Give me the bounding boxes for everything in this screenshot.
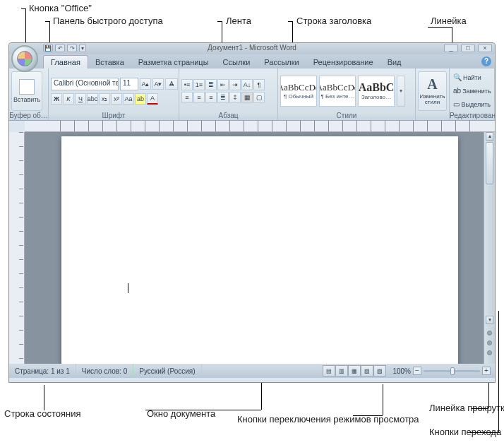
document-area: ▴ ▾ [9, 132, 495, 364]
status-page[interactable]: Страница: 1 из 1 [9, 364, 76, 378]
group-font-label: Шрифт [49, 112, 179, 120]
font-color-button[interactable]: A [147, 93, 158, 105]
view-full-reading[interactable]: ▥ [335, 365, 348, 376]
find-button[interactable]: 🔍Найти [452, 72, 492, 83]
paste-button[interactable]: Вставить [11, 71, 42, 111]
anno-title-bar: Строка заголовка [296, 16, 371, 26]
style-no-spacing[interactable]: AaBbCcDd ¶ Без инте… [319, 76, 356, 107]
line-spacing-button[interactable]: ‡ [229, 92, 241, 103]
qat-save-button[interactable]: 💾 [43, 44, 53, 52]
minimize-button[interactable]: _ [444, 44, 458, 52]
office-logo-icon [17, 51, 32, 66]
tab-mailings[interactable]: Рассылки [257, 56, 306, 69]
tab-page-layout[interactable]: Разметка страницы [131, 56, 216, 69]
paste-label: Вставить [13, 96, 40, 103]
document-page[interactable] [61, 136, 458, 364]
view-draft[interactable]: ▨ [373, 365, 386, 376]
align-right-button[interactable]: ≡ [205, 92, 217, 103]
scroll-thumb[interactable] [486, 142, 493, 184]
highlight-button[interactable]: ab [135, 93, 146, 105]
scroll-up-button[interactable]: ▴ [486, 132, 493, 141]
vertical-ruler[interactable] [9, 132, 25, 364]
ribbon-tabs: Главная Вставка Разметка страницы Ссылки… [9, 54, 495, 69]
font-name-combo[interactable]: Calibri (Основной те [51, 78, 119, 90]
align-center-button[interactable]: ≡ [193, 92, 205, 103]
decrease-indent-button[interactable]: ⇤ [217, 79, 229, 90]
vertical-scrollbar[interactable]: ▴ ▾ [484, 132, 495, 364]
group-editing-label: Редактирование [450, 112, 494, 120]
group-changestyles-label [416, 112, 449, 120]
help-icon[interactable]: ? [481, 57, 491, 66]
style-normal[interactable]: AaBbCcDd ¶ Обычный [280, 76, 317, 107]
document-viewport[interactable] [25, 132, 484, 364]
anno-ruler: Линейка [431, 16, 467, 26]
zoom-handle[interactable] [450, 367, 455, 375]
view-outline[interactable]: ▧ [361, 365, 373, 376]
text-cursor [128, 283, 128, 293]
horizontal-ruler[interactable] [25, 121, 495, 132]
change-case-button[interactable]: Aa [123, 93, 134, 105]
sort-button[interactable]: A↓ [241, 79, 253, 90]
justify-button[interactable]: ≣ [217, 92, 229, 103]
status-words[interactable]: Число слов: 0 [76, 364, 133, 378]
view-web-layout[interactable]: ▦ [348, 365, 361, 376]
qat-redo-button[interactable]: ↷ [67, 44, 77, 52]
tab-view[interactable]: Вид [380, 56, 409, 69]
maximize-button[interactable]: □ [461, 44, 475, 52]
tab-insert[interactable]: Вставка [88, 56, 131, 69]
close-button[interactable]: × [478, 44, 492, 52]
font-size-combo[interactable]: 11 [120, 78, 138, 90]
anno-view-buttons: Кнопки переключения режимов просмотра [237, 414, 419, 425]
align-left-button[interactable]: ≡ [181, 92, 193, 103]
title-bar: 💾 ↶ ↷ ▾ Документ1 - Microsoft Word _ □ × [9, 43, 495, 54]
replace-button[interactable]: abЗаменить [452, 85, 492, 97]
borders-button[interactable]: ▢ [253, 92, 265, 103]
multilevel-button[interactable]: ≣ [205, 79, 217, 90]
view-mode-buttons: ▤ ▥ ▦ ▧ ▨ [323, 365, 388, 376]
show-marks-button[interactable]: ¶ [253, 79, 265, 90]
numbering-button[interactable]: 1≡ [193, 79, 205, 90]
status-language[interactable]: Русский (Россия) [133, 364, 201, 378]
scroll-down-button[interactable]: ▾ [486, 316, 493, 324]
grow-font-button[interactable]: A▴ [140, 78, 151, 90]
select-button[interactable]: ▭Выделить [452, 99, 492, 110]
tab-references[interactable]: Ссылки [216, 56, 258, 69]
bold-button[interactable]: Ж [51, 93, 62, 105]
underline-button[interactable]: Ч [75, 93, 86, 105]
word-window: 💾 ↶ ↷ ▾ Документ1 - Microsoft Word _ □ ×… [8, 42, 496, 383]
subscript-button[interactable]: x₂ [99, 93, 110, 105]
shrink-font-button[interactable]: A▾ [152, 78, 164, 90]
find-icon: 🔍 [453, 73, 462, 82]
nav-prev-button[interactable] [487, 331, 492, 336]
nav-next-button[interactable] [487, 350, 492, 355]
qat-customize-button[interactable]: ▾ [79, 44, 86, 52]
style-heading1[interactable]: AaBbC Заголово… [358, 76, 395, 107]
view-print-layout[interactable]: ▤ [323, 365, 335, 376]
zoom-level[interactable]: 100% [392, 367, 411, 375]
nav-browse-button[interactable] [487, 340, 492, 345]
paste-icon [19, 79, 35, 95]
zoom-slider[interactable] [424, 370, 480, 372]
anno-status-bar: Строка состояния [4, 408, 81, 419]
strikethrough-button[interactable]: abc [87, 93, 98, 105]
italic-button[interactable]: К [63, 93, 74, 105]
ruler-ticks [60, 121, 481, 131]
qat-undo-button[interactable]: ↶ [55, 44, 65, 52]
increase-indent-button[interactable]: ⇥ [229, 79, 241, 90]
styles-more-button[interactable]: ▾ [397, 76, 405, 107]
group-styles-label: Стили [278, 112, 415, 120]
zoom-in-button[interactable]: + [482, 367, 491, 375]
office-button[interactable] [11, 45, 38, 72]
superscript-button[interactable]: x² [111, 93, 122, 105]
change-styles-icon: A [427, 76, 437, 93]
shading-button[interactable]: ▦ [241, 92, 253, 103]
change-styles-button[interactable]: A Изменить стили [418, 71, 447, 111]
tab-review[interactable]: Рецензирование [306, 56, 380, 69]
clear-formatting-button[interactable]: A̶ [165, 78, 178, 90]
anno-office-button: Кнопка "Office" [29, 3, 92, 13]
tab-home[interactable]: Главная [43, 55, 88, 69]
group-paragraph-label: Абзац [179, 112, 277, 120]
anno-quick-access: Панель быстрого доступа [53, 16, 163, 26]
zoom-out-button[interactable]: − [413, 367, 421, 375]
bullets-button[interactable]: •≡ [181, 79, 193, 90]
